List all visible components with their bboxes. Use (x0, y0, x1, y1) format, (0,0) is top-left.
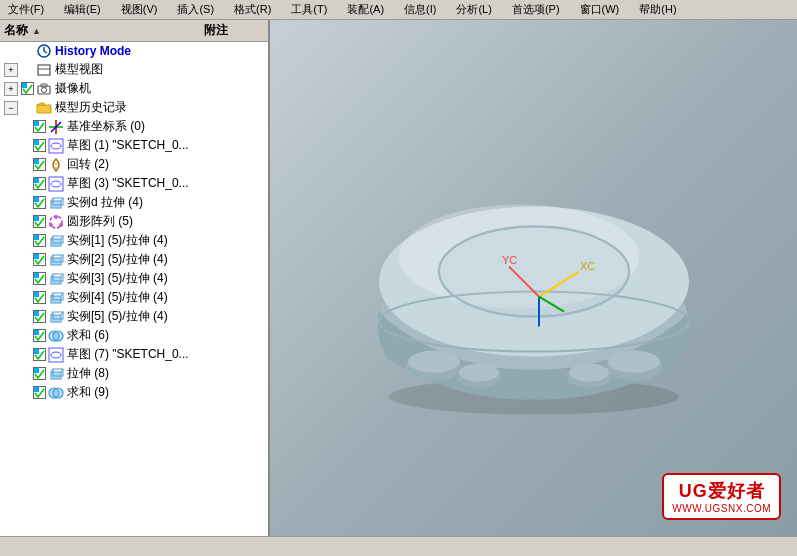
extrude-icon (48, 290, 64, 306)
collapse-icon[interactable]: − (4, 101, 18, 115)
no-expand (16, 196, 30, 210)
no-expand (16, 386, 30, 400)
tree-item-unite-9[interactable]: 求和 (9) (0, 383, 268, 402)
tree-item-label: 模型视图 (55, 61, 103, 78)
svg-point-75 (51, 352, 61, 358)
viewport[interactable]: YC XC UG爱好者 WWW.UGSNX.COM (270, 20, 797, 536)
tree-item-label: History Mode (55, 44, 131, 58)
watermark-url: WWW.UGSNX.COM (672, 503, 771, 514)
expand-icon[interactable]: + (4, 82, 18, 96)
extrude-icon (48, 366, 64, 382)
menu-window[interactable]: 窗口(W) (576, 2, 624, 17)
checkbox-icon[interactable] (32, 158, 46, 172)
tree-item-instance-4[interactable]: 实例[4] (5)/拉伸 (4) (0, 288, 268, 307)
svg-rect-11 (34, 121, 39, 126)
tree-item-extrude-8[interactable]: 拉伸 (8) (0, 364, 268, 383)
tree-item-model-views[interactable]: +模型视图 (0, 60, 268, 79)
sort-arrow-icon[interactable]: ▲ (32, 26, 41, 36)
tree-item-extrude-d[interactable]: 实例d 拉伸 (4) (0, 193, 268, 212)
tree-item-instance-1[interactable]: 实例[1] (5)/拉伸 (4) (0, 231, 268, 250)
svg-point-94 (408, 351, 460, 373)
tree-item-label: 模型历史记录 (55, 99, 127, 116)
checkbox-icon[interactable] (32, 139, 46, 153)
checkbox-icon[interactable] (20, 82, 34, 96)
checkbox-icon[interactable] (32, 310, 46, 324)
checkbox-icon[interactable] (32, 196, 46, 210)
tree-item-instance-3[interactable]: 实例[3] (5)/拉伸 (4) (0, 269, 268, 288)
menu-format[interactable]: 格式(R) (230, 2, 275, 17)
tree-item-label: 实例d 拉伸 (4) (67, 194, 143, 211)
extrude-icon (48, 309, 64, 325)
watermark-title: UG爱好者 (672, 479, 771, 503)
datum-icon (48, 119, 64, 135)
right-panel: YC XC UG爱好者 WWW.UGSNX.COM (270, 20, 797, 536)
menu-bar: 文件(F) 编辑(E) 视图(V) 插入(S) 格式(R) 工具(T) 装配(A… (0, 0, 797, 20)
checkbox-icon[interactable] (32, 253, 46, 267)
tree-item-label: 草图 (7) "SKETCH_0... (67, 346, 189, 363)
tree-item-pattern[interactable]: 圆形阵列 (5) (0, 212, 268, 231)
no-expand (4, 44, 18, 58)
menu-insert[interactable]: 插入(S) (173, 2, 218, 17)
checkbox-icon[interactable] (32, 234, 46, 248)
checkbox-icon[interactable] (32, 120, 46, 134)
tree-item-sketch-7[interactable]: 草图 (7) "SKETCH_0... (0, 345, 268, 364)
svg-rect-69 (34, 330, 39, 335)
tree-body[interactable]: History Mode+模型视图+ 摄像机−模型历史记录 基准坐标系 (0) … (0, 42, 268, 536)
svg-point-37 (49, 223, 53, 227)
svg-point-100 (569, 364, 609, 382)
tree-item-instance-5[interactable]: 实例[5] (5)/拉伸 (4) (0, 307, 268, 326)
tree-item-camera[interactable]: + 摄像机 (0, 79, 268, 98)
tree-item-unite-6[interactable]: 求和 (6) (0, 326, 268, 345)
tree-item-model-history[interactable]: −模型历史记录 (0, 98, 268, 117)
menu-analysis[interactable]: 分析(L) (452, 2, 495, 17)
menu-file[interactable]: 文件(F) (4, 2, 48, 17)
tree-item-label: 圆形阵列 (5) (67, 213, 133, 230)
menu-help[interactable]: 帮助(H) (635, 2, 680, 17)
menu-info[interactable]: 信息(I) (400, 2, 440, 17)
no-expand (16, 215, 30, 229)
svg-rect-16 (34, 140, 39, 145)
tree-item-instance-2[interactable]: 实例[2] (5)/拉伸 (4) (0, 250, 268, 269)
svg-rect-63 (34, 311, 39, 316)
svg-rect-45 (34, 254, 39, 259)
checkbox-icon[interactable] (32, 348, 46, 362)
extrude-icon (48, 233, 64, 249)
tree-item-sketch-3[interactable]: 草图 (3) "SKETCH_0... (0, 174, 268, 193)
tree-item-sketch-1[interactable]: 草图 (1) "SKETCH_0... (0, 136, 268, 155)
checkbox-icon[interactable] (32, 291, 46, 305)
tree-item-history-mode[interactable]: History Mode (0, 42, 268, 60)
tree-header-name[interactable]: 名称 ▲ (4, 22, 204, 39)
checkbox-icon[interactable] (32, 367, 46, 381)
checkbox-icon[interactable] (32, 215, 46, 229)
extrude-icon (48, 195, 64, 211)
svg-point-71 (53, 331, 63, 341)
extrude-icon (48, 252, 64, 268)
tree-item-label: 实例[2] (5)/拉伸 (4) (67, 251, 168, 268)
menu-view[interactable]: 视图(V) (117, 2, 162, 17)
menu-preferences[interactable]: 首选项(P) (508, 2, 564, 17)
svg-rect-23 (34, 178, 39, 183)
no-expand (16, 329, 30, 343)
camera-icon (36, 81, 52, 97)
tree-item-revolve[interactable]: 回转 (2) (0, 155, 268, 174)
checkbox-icon[interactable] (32, 272, 46, 286)
no-expand (16, 139, 30, 153)
checkbox-icon[interactable] (32, 386, 46, 400)
tree-item-datum-csys[interactable]: 基准坐标系 (0) (0, 117, 268, 136)
svg-point-25 (51, 181, 61, 187)
checkbox-icon[interactable] (32, 177, 46, 191)
menu-edit[interactable]: 编辑(E) (60, 2, 105, 17)
no-expand (16, 310, 30, 324)
menu-assemble[interactable]: 装配(A) (343, 2, 388, 17)
unite-icon (48, 385, 64, 401)
svg-rect-51 (34, 273, 39, 278)
no-checkbox (20, 101, 34, 115)
no-checkbox (20, 44, 34, 58)
no-expand (16, 158, 30, 172)
menu-tools[interactable]: 工具(T) (287, 2, 331, 17)
tree-item-label: 草图 (3) "SKETCH_0... (67, 175, 189, 192)
svg-rect-77 (34, 368, 39, 373)
svg-point-8 (42, 87, 47, 92)
expand-icon[interactable]: + (4, 63, 18, 77)
checkbox-icon[interactable] (32, 329, 46, 343)
